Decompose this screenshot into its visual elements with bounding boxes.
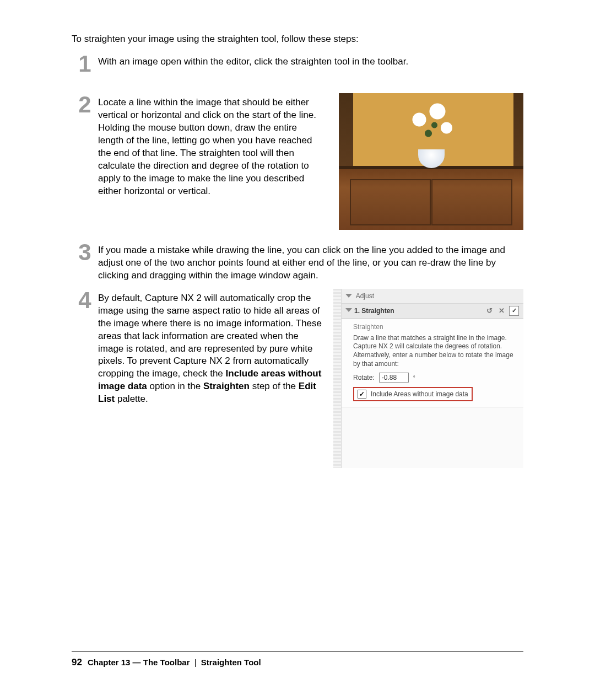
step-1-number: 1 <box>72 52 98 76</box>
step-2: 2 Locate a line within the image that sh… <box>72 96 523 230</box>
disclosure-triangle-icon[interactable] <box>345 294 352 298</box>
include-areas-checkbox[interactable]: ✓ <box>358 390 366 399</box>
disclosure-triangle-icon[interactable] <box>345 308 352 312</box>
footer-separator: | <box>194 658 197 667</box>
rotate-row: Rotate: ° <box>353 373 519 383</box>
step-3: 3 If you made a mistake while drawing th… <box>72 244 523 282</box>
step-4-post: palette. <box>115 394 148 404</box>
page-footer: 92 Chapter 13 — The Toolbar | Straighten… <box>72 651 523 668</box>
step-4-mid2: step of the <box>250 381 299 391</box>
include-areas-option[interactable]: ✓ Include Areas without image data <box>353 387 473 401</box>
step-4: 4 By default, Capture NX 2 will automati… <box>72 292 523 468</box>
palette-header-label: Adjust <box>356 292 374 300</box>
step-3-text: If you made a mistake while drawing the … <box>98 244 523 282</box>
palette-side-handle <box>333 289 342 468</box>
step-4-bold-straighten: Straighten <box>203 381 250 391</box>
palette-empty-area <box>341 407 523 468</box>
page-number: 92 <box>72 657 82 668</box>
step-4-number: 4 <box>72 289 98 312</box>
page: To straighten your image using the strai… <box>0 0 595 700</box>
step-2-text: Locate a line within the image that shou… <box>98 96 339 198</box>
degree-symbol: ° <box>413 375 415 381</box>
step-3-number: 3 <box>72 241 98 264</box>
step-4-pre: By default, Capture NX 2 will automatica… <box>98 293 322 379</box>
apply-checkbox[interactable]: ✓ <box>509 306 519 316</box>
footer-tool: Straighten Tool <box>201 658 261 667</box>
step-4-text: By default, Capture NX 2 will automatica… <box>98 292 333 406</box>
edit-list-palette-screenshot: Adjust 1. Straighten ↺ ✕ ✓ <box>333 289 523 468</box>
example-photo <box>339 93 523 230</box>
palette-header-adjust[interactable]: Adjust <box>341 289 523 304</box>
rotate-input[interactable] <box>379 373 409 383</box>
footer-toolbar: — The Toolbar <box>130 658 190 667</box>
include-areas-label: Include Areas without image data <box>371 390 468 398</box>
palette-section-straighten[interactable]: 1. Straighten ↺ ✕ ✓ <box>341 304 523 319</box>
palette-description: Draw a line that matches a straight line… <box>353 334 519 368</box>
delete-icon[interactable]: ✕ <box>497 306 506 315</box>
step-2-number: 2 <box>72 93 98 116</box>
step-1: 1 With an image open within the editor, … <box>72 56 523 76</box>
intro-text: To straighten your image using the strai… <box>72 33 523 46</box>
palette-section-title: 1. Straighten <box>354 304 485 318</box>
reset-icon[interactable]: ↺ <box>485 306 494 315</box>
palette-subheading: Straighten <box>353 322 519 334</box>
rotate-label: Rotate: <box>353 374 375 381</box>
footer-chapter: Chapter 13 <box>88 658 131 667</box>
step-1-text: With an image open within the editor, cl… <box>98 56 523 68</box>
step-4-mid1: option in the <box>147 381 203 391</box>
